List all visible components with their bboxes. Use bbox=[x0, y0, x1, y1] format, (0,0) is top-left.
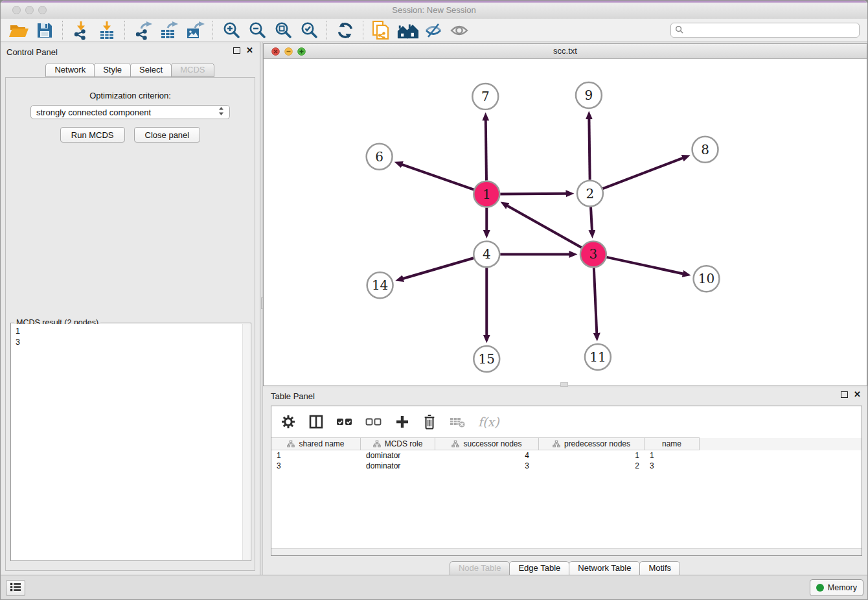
save-session-icon[interactable] bbox=[34, 20, 56, 41]
graph-edge-4-14[interactable] bbox=[403, 258, 474, 279]
control-panel-title: Control Panel bbox=[6, 47, 58, 57]
tab-node-table[interactable]: Node Table bbox=[450, 561, 510, 575]
import-table-icon[interactable] bbox=[96, 20, 118, 41]
graph-node-3[interactable] bbox=[580, 241, 606, 267]
apply-layout-homes-icon[interactable] bbox=[396, 20, 418, 41]
titlebar: Session: New Session bbox=[1, 1, 867, 19]
tab-select[interactable]: Select bbox=[130, 63, 172, 77]
tab-style[interactable]: Style bbox=[94, 63, 131, 77]
zoom-out-icon[interactable] bbox=[246, 20, 268, 41]
task-history-button[interactable] bbox=[6, 580, 25, 596]
graph-edge-3-10[interactable] bbox=[606, 257, 683, 274]
status-bar: Memory bbox=[1, 575, 867, 599]
split-grab-icon[interactable] bbox=[560, 382, 568, 387]
column-header-MCDS-role[interactable]: MCDS role bbox=[361, 437, 435, 450]
export-image-icon[interactable] bbox=[184, 20, 206, 41]
float-panel-icon[interactable] bbox=[233, 47, 240, 54]
control-panel-tabs: NetworkStyleSelectMCDS bbox=[1, 63, 260, 77]
table-cell: dominator bbox=[361, 461, 435, 470]
memory-label: Memory bbox=[828, 583, 857, 592]
list-icon bbox=[9, 582, 22, 595]
column-header-predecessor-nodes[interactable]: predecessor nodes bbox=[539, 437, 645, 450]
graph-node-15[interactable] bbox=[474, 346, 499, 372]
export-table-icon[interactable] bbox=[158, 20, 180, 41]
result-line: 1 bbox=[16, 326, 246, 337]
table-panel: Table Panel ✕ f(x) shared nameMCDS roles… bbox=[263, 387, 867, 575]
zoom-in-icon[interactable] bbox=[220, 20, 242, 41]
search-input[interactable] bbox=[686, 25, 855, 36]
export-network-icon[interactable] bbox=[132, 20, 154, 41]
graph-node-4[interactable] bbox=[474, 241, 499, 267]
optimization-criterion-label: Optimization criterion: bbox=[6, 91, 255, 100]
graph-edge-1-6[interactable] bbox=[402, 165, 474, 190]
deselect-all-rows-icon[interactable] bbox=[365, 414, 382, 430]
select-all-rows-icon[interactable] bbox=[336, 414, 353, 430]
show-view-icon[interactable] bbox=[448, 20, 470, 41]
table-row[interactable]: 3dominator323 bbox=[271, 461, 862, 471]
zoom-selected-icon[interactable] bbox=[298, 20, 320, 41]
search-box[interactable] bbox=[670, 23, 860, 38]
column-header-name[interactable]: name bbox=[645, 437, 700, 450]
graph-node-2[interactable] bbox=[577, 181, 603, 207]
graph-edge-2-8[interactable] bbox=[602, 158, 683, 189]
column-header-successor-nodes[interactable]: successor nodes bbox=[435, 437, 539, 450]
table-cell: 3 bbox=[645, 461, 700, 470]
graph-edge-2-3[interactable] bbox=[591, 207, 592, 231]
graph-node-11[interactable] bbox=[585, 344, 611, 370]
criterion-value: strongly connected component bbox=[36, 108, 151, 117]
float-table-panel-icon[interactable] bbox=[841, 391, 848, 398]
close-panel-icon[interactable]: ✕ bbox=[246, 47, 253, 54]
tab-network-table[interactable]: Network Table bbox=[569, 561, 640, 575]
toolbar-separator bbox=[124, 21, 126, 40]
graph-edge-3-1[interactable] bbox=[507, 206, 581, 248]
table-row[interactable]: 1dominator411 bbox=[271, 450, 862, 461]
criterion-dropdown[interactable]: strongly connected component bbox=[30, 105, 230, 119]
table-toolbar: f(x) bbox=[271, 406, 862, 437]
memory-status-icon bbox=[816, 584, 824, 592]
graph-edge-1-2[interactable] bbox=[500, 194, 566, 194]
graph-node-9[interactable] bbox=[576, 82, 602, 108]
column-label: MCDS role bbox=[385, 439, 423, 448]
content-area: Control Panel ✕ NetworkStyleSelectMCDS O… bbox=[1, 42, 867, 575]
column-header-shared-name[interactable]: shared name bbox=[271, 437, 361, 450]
graph-node-6[interactable] bbox=[367, 144, 393, 170]
toolbar-separator bbox=[212, 21, 214, 40]
graph-node-8[interactable] bbox=[692, 137, 718, 163]
graph-node-10[interactable] bbox=[694, 266, 720, 292]
mcds-result-textarea[interactable]: 13 bbox=[12, 324, 250, 560]
close-table-panel-icon[interactable]: ✕ bbox=[854, 391, 861, 398]
memory-button[interactable]: Memory bbox=[810, 579, 863, 596]
table-tabs: Node TableEdge TableNetwork TableMotifs bbox=[263, 561, 867, 575]
refresh-view-icon[interactable] bbox=[334, 20, 356, 41]
open-session-icon[interactable] bbox=[8, 20, 30, 41]
search-icon bbox=[675, 25, 683, 36]
tab-edge-table[interactable]: Edge Table bbox=[509, 561, 569, 575]
main-toolbar bbox=[1, 19, 867, 42]
apply-function-icon: f(x) bbox=[478, 415, 499, 429]
graph-node-14[interactable] bbox=[367, 272, 393, 298]
tab-motifs[interactable]: Motifs bbox=[639, 561, 680, 575]
graph-node-1[interactable] bbox=[474, 181, 499, 207]
clone-network-icon[interactable] bbox=[371, 20, 393, 41]
run-mcds-button[interactable]: Run MCDS bbox=[60, 127, 125, 143]
delete-column-icon[interactable] bbox=[422, 413, 437, 430]
close-panel-button[interactable]: Close panel bbox=[134, 127, 201, 143]
mcds-panel-body: Optimization criterion: strongly connect… bbox=[5, 77, 255, 571]
table-hscrollbar[interactable] bbox=[271, 548, 862, 555]
graph-edge-3-11[interactable] bbox=[594, 268, 597, 333]
network-canvas[interactable]: 7968124314101511 bbox=[264, 59, 867, 386]
result-scrollbar[interactable] bbox=[242, 324, 250, 560]
toggle-columns-icon[interactable] bbox=[308, 414, 324, 430]
node-table-container: f(x) shared nameMCDS rolesuccessor nodes… bbox=[271, 406, 862, 556]
tab-network[interactable]: Network bbox=[45, 63, 95, 77]
graph-edge-1-7[interactable] bbox=[486, 121, 486, 181]
table-settings-gear-icon[interactable] bbox=[280, 414, 296, 430]
graph-edge-2-9[interactable] bbox=[589, 119, 589, 180]
tab-mcds[interactable]: MCDS bbox=[171, 63, 214, 77]
graph-node-7[interactable] bbox=[472, 84, 498, 110]
zoom-fit-icon[interactable] bbox=[272, 20, 294, 41]
toolbar-separator bbox=[363, 21, 364, 40]
create-column-icon[interactable] bbox=[394, 414, 410, 430]
import-network-icon[interactable] bbox=[70, 20, 92, 41]
hide-graphics-details-icon[interactable] bbox=[422, 20, 444, 41]
